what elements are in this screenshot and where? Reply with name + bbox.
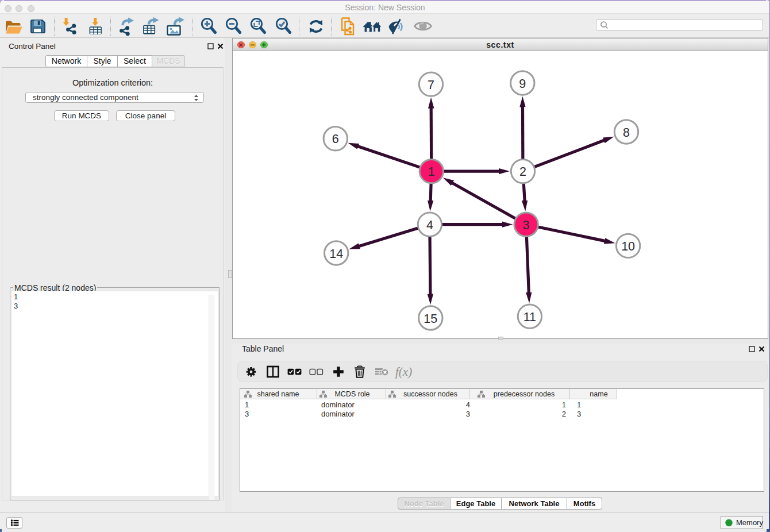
svg-text:7: 7	[428, 78, 434, 92]
svg-text:11: 11	[523, 310, 536, 324]
svg-text:f(x): f(x)	[395, 365, 412, 379]
svg-text:6: 6	[332, 132, 339, 146]
svg-text:1: 1	[428, 165, 435, 179]
svg-text:4: 4	[426, 218, 433, 232]
svg-text:3: 3	[523, 218, 530, 232]
svg-text:2: 2	[519, 165, 526, 179]
svg-text:14: 14	[329, 247, 343, 261]
svg-text:10: 10	[621, 240, 635, 253]
svg-text:15: 15	[424, 312, 437, 326]
svg-text:9: 9	[519, 77, 526, 91]
svg-text:8: 8	[623, 126, 630, 140]
